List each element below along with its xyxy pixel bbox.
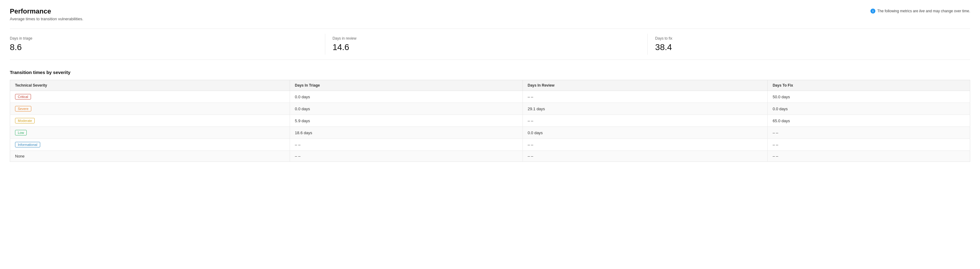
severity-badge-critical: Critical bbox=[15, 94, 31, 99]
fix-cell: 50.0 days bbox=[768, 91, 970, 103]
fix-cell: 0.0 days bbox=[768, 103, 970, 115]
severity-cell: None bbox=[10, 151, 290, 162]
severity-table: Technical Severity Days In Triage Days I… bbox=[10, 80, 970, 162]
fix-cell: – – bbox=[768, 151, 970, 162]
table-row: Severe 0.0 days 29.1 days 0.0 days bbox=[10, 103, 970, 115]
severity-cell: Moderate bbox=[10, 115, 290, 127]
metric-label-fix: Days to fix bbox=[655, 36, 963, 41]
severity-badge-severe: Severe bbox=[15, 106, 31, 111]
metric-days-in-review: Days in review 14.6 bbox=[325, 34, 648, 55]
review-cell: – – bbox=[522, 139, 767, 151]
fix-cell: – – bbox=[768, 139, 970, 151]
triage-cell: – – bbox=[290, 139, 523, 151]
col-days-in-review: Days In Review bbox=[522, 80, 767, 91]
table-row: Informational – – – – – – bbox=[10, 139, 970, 151]
header-section: Performance Average times to transition … bbox=[10, 7, 970, 21]
live-notice-text: The following metrics are live and may c… bbox=[877, 9, 970, 13]
metric-value-fix: 38.4 bbox=[655, 42, 963, 52]
severity-badge-informational: Informational bbox=[15, 142, 40, 147]
review-cell: – – bbox=[522, 115, 767, 127]
table-row: Low 18.6 days 0.0 days – – bbox=[10, 127, 970, 139]
review-cell: – – bbox=[522, 91, 767, 103]
triage-cell: 18.6 days bbox=[290, 127, 523, 139]
page-subtitle: Average times to transition vulnerabilit… bbox=[10, 17, 970, 21]
metric-days-in-triage: Days in triage 8.6 bbox=[10, 34, 325, 55]
severity-badge-moderate: Moderate bbox=[15, 118, 35, 123]
severity-cell: Critical bbox=[10, 91, 290, 103]
review-cell: 29.1 days bbox=[522, 103, 767, 115]
live-notice: i The following metrics are live and may… bbox=[870, 9, 970, 14]
metric-label-triage: Days in triage bbox=[10, 36, 318, 41]
metric-label-review: Days in review bbox=[332, 36, 640, 41]
section-title: Transition times by severity bbox=[10, 70, 970, 75]
metric-value-review: 14.6 bbox=[332, 42, 640, 52]
info-icon: i bbox=[870, 9, 875, 14]
triage-cell: 0.0 days bbox=[290, 103, 523, 115]
metric-days-to-fix: Days to fix 38.4 bbox=[648, 34, 970, 55]
col-technical-severity: Technical Severity bbox=[10, 80, 290, 91]
severity-cell: Severe bbox=[10, 103, 290, 115]
fix-cell: 65.0 days bbox=[768, 115, 970, 127]
review-cell: – – bbox=[522, 151, 767, 162]
triage-cell: 5.9 days bbox=[290, 115, 523, 127]
col-days-in-triage: Days In Triage bbox=[290, 80, 523, 91]
col-days-to-fix: Days To Fix bbox=[768, 80, 970, 91]
table-row: Moderate 5.9 days – – 65.0 days bbox=[10, 115, 970, 127]
severity-none: None bbox=[15, 154, 25, 158]
metrics-row: Days in triage 8.6 Days in review 14.6 D… bbox=[10, 29, 970, 60]
review-cell: 0.0 days bbox=[522, 127, 767, 139]
table-row: Critical 0.0 days – – 50.0 days bbox=[10, 91, 970, 103]
severity-badge-low: Low bbox=[15, 130, 27, 135]
triage-cell: – – bbox=[290, 151, 523, 162]
severity-cell: Low bbox=[10, 127, 290, 139]
triage-cell: 0.0 days bbox=[290, 91, 523, 103]
table-row: None – – – – – – bbox=[10, 151, 970, 162]
page-container: i The following metrics are live and may… bbox=[0, 0, 980, 169]
page-title: Performance bbox=[10, 7, 970, 15]
severity-cell: Informational bbox=[10, 139, 290, 151]
table-header-row: Technical Severity Days In Triage Days I… bbox=[10, 80, 970, 91]
metric-value-triage: 8.6 bbox=[10, 42, 318, 52]
fix-cell: – – bbox=[768, 127, 970, 139]
